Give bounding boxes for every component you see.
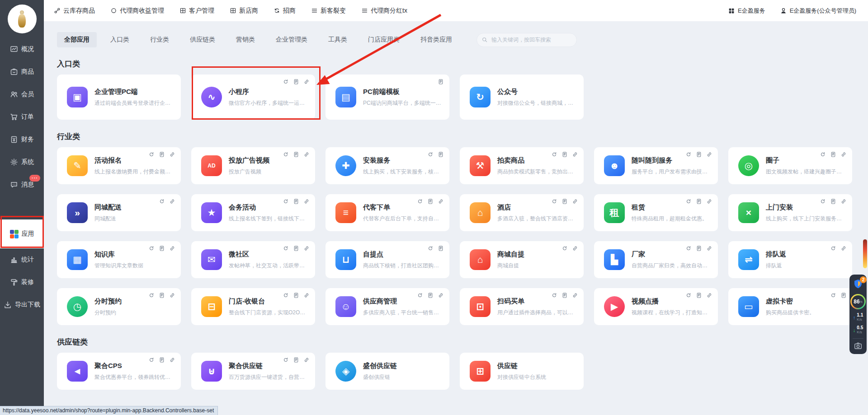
link-action[interactable] [303, 292, 310, 300]
app-card[interactable]: ◷ 分时预约 分时预约 [57, 288, 181, 325]
sync-action[interactable] [685, 292, 692, 300]
app-card[interactable]: ⚒ 拍卖商品 商品拍卖模式新零售，竞拍出价得... [460, 147, 584, 184]
sync-action[interactable] [685, 245, 692, 253]
app-card[interactable]: ✉ 微社区 发帖种草，社交互动，活跃带货。 [191, 241, 315, 278]
sync-action[interactable] [283, 357, 289, 365]
sync-action[interactable] [417, 292, 423, 300]
app-card[interactable]: ★ 会务活动 线上报名线下签到，链接线下活动。 [191, 194, 315, 231]
sync-action[interactable] [551, 198, 557, 206]
app-card[interactable]: × 上门安装 线上购买，线下上门安装服务，核... [728, 194, 852, 231]
topnav-item[interactable]: 招商 [274, 7, 296, 15]
pos-action[interactable] [561, 292, 568, 300]
sync-action[interactable] [148, 292, 155, 300]
link-action[interactable] [840, 151, 847, 159]
tab-2[interactable]: 行业类 [143, 32, 176, 47]
tab-4[interactable]: 营销类 [229, 32, 262, 47]
pos-action[interactable] [696, 292, 702, 300]
link-action[interactable] [303, 79, 310, 87]
pos-action[interactable] [840, 292, 847, 300]
link-action[interactable] [169, 245, 175, 253]
link-action[interactable] [438, 292, 444, 300]
sync-action[interactable] [148, 245, 155, 253]
pos-action[interactable] [438, 151, 444, 159]
sync-action[interactable] [427, 245, 434, 253]
app-card[interactable]: ⊞ 供应链 对接供应链中台系统 [460, 353, 584, 390]
topnav-item[interactable]: 新客裂变 [311, 7, 346, 15]
topnav-item[interactable]: 客户管理 [179, 7, 214, 15]
sidebar-item-5[interactable]: 系统 [0, 151, 44, 173]
pos-action[interactable] [159, 357, 165, 365]
sync-action[interactable] [820, 198, 826, 206]
pos-action[interactable] [561, 198, 568, 206]
app-card[interactable]: ⊡ 扫码买单 用户通过插件选择商品，可以直接... [460, 288, 584, 325]
pos-action[interactable] [696, 151, 702, 159]
pos-action[interactable] [159, 151, 165, 159]
link-action[interactable] [572, 151, 578, 159]
pos-action[interactable] [159, 292, 165, 300]
app-card[interactable]: ≡ 代客下单 代替客户在后台下单，支持自营，... [326, 194, 449, 231]
sync-action[interactable] [561, 245, 568, 253]
sync-action[interactable] [685, 198, 692, 206]
sync-action[interactable] [427, 151, 434, 159]
app-card[interactable]: ⌂ 酒店 多酒店入驻，整合线下酒店资源，... [460, 194, 584, 231]
link-action[interactable] [572, 292, 578, 300]
sidebar-item-3[interactable]: 订单 [0, 106, 44, 128]
app-card[interactable]: ▦ 知识库 管理知识库文章数据 [57, 241, 181, 278]
link-action[interactable] [706, 198, 712, 206]
shield-icon[interactable]: 2 [853, 279, 863, 289]
link-action[interactable] [840, 198, 847, 206]
pos-action[interactable] [293, 151, 299, 159]
tab-1[interactable]: 入口类 [103, 32, 137, 47]
pos-action[interactable] [696, 245, 702, 253]
scrollbar-thumb[interactable] [863, 239, 867, 268]
tab-5[interactable]: 企业管理类 [269, 32, 315, 47]
pos-action[interactable] [427, 198, 434, 206]
link-action[interactable] [303, 151, 310, 159]
link-action[interactable] [303, 198, 310, 206]
link-action[interactable] [303, 245, 310, 253]
link-action[interactable] [706, 151, 712, 159]
pos-action[interactable] [293, 245, 299, 253]
sync-action[interactable] [830, 245, 836, 253]
link-action[interactable] [169, 292, 175, 300]
sync-action[interactable] [685, 151, 692, 159]
app-card[interactable]: 租 租赁 特殊商品租用，超期租金优惠。 [594, 194, 718, 231]
app-card[interactable]: AD 投放广告视频 投放广告视频 [191, 147, 315, 184]
tab-0[interactable]: 全部应用 [57, 32, 97, 47]
sidebar-item-9[interactable]: 装修 [0, 271, 44, 294]
app-card[interactable]: ⊔ 自提点 商品线下核销，打造社区团购平台。 [326, 241, 449, 278]
sidebar-item-10[interactable]: 导出下载 [0, 294, 44, 316]
app-card[interactable]: ∿ 小程序 微信官方小程序，多端统一运营。 [191, 75, 315, 120]
app-card[interactable]: ▭ 虚拟卡密 购买商品提供卡密。 [728, 288, 852, 325]
app-card[interactable]: ◄ 聚合CPS 聚合优惠券平台，领券跳转优惠买... [57, 353, 181, 390]
link-action[interactable] [438, 198, 444, 206]
link-action[interactable] [706, 245, 712, 253]
topnav-item[interactable]: 新店商 [230, 7, 258, 15]
app-card[interactable]: ▙ 厂家 自营商品厂家归类，高效自动拆单。 [594, 241, 718, 278]
sidebar-item-0[interactable]: 概况 [0, 38, 44, 61]
sidebar-item-7[interactable]: 应用 [0, 219, 44, 248]
link-action[interactable] [840, 245, 847, 253]
pos-action[interactable] [830, 151, 836, 159]
sync-action[interactable] [148, 357, 155, 365]
sync-action[interactable] [283, 151, 289, 159]
link-action[interactable] [169, 357, 175, 365]
pos-action[interactable] [438, 79, 444, 87]
app-card[interactable]: » 同城配送 同城配送 [57, 194, 181, 231]
sync-action[interactable] [159, 198, 165, 206]
sync-action[interactable] [551, 151, 557, 159]
app-card[interactable]: ☻ 随叫随到服务 服务平台，用户发布需求由技术师... [594, 147, 718, 184]
pos-action[interactable] [293, 198, 299, 206]
topbar-account-item[interactable]: E企盈服务(公众号管理员) [780, 7, 856, 15]
tab-3[interactable]: 供应链类 [183, 32, 222, 47]
app-card[interactable]: ⌂ 商城自提 商城自提 [460, 241, 584, 278]
pos-action[interactable] [830, 198, 836, 206]
sync-action[interactable] [830, 292, 836, 300]
app-card[interactable]: ⇌ 排队返 排队返 [728, 241, 852, 278]
pos-action[interactable] [293, 292, 299, 300]
sidebar-item-6[interactable]: 消息··· [0, 173, 44, 196]
app-card[interactable]: ◈ 盛创供应链 盛创供应链 [326, 353, 449, 390]
link-action[interactable] [706, 292, 712, 300]
sync-action[interactable] [148, 151, 155, 159]
sync-action[interactable] [551, 292, 557, 300]
